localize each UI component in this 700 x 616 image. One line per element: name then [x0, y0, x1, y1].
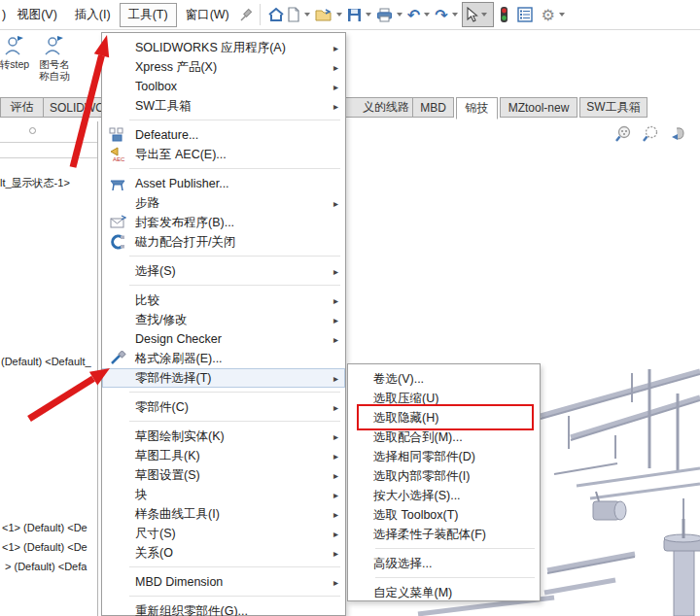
- menu-item-find-modify[interactable]: 查找/修改▸: [102, 310, 345, 329]
- tab-sw-toolbox[interactable]: SW工具箱: [579, 97, 648, 118]
- new-document-icon[interactable]: [287, 3, 300, 26]
- panel-divider: [0, 157, 97, 158]
- menu-separator: [102, 116, 345, 125]
- menu-item-asset-publisher[interactable]: Asset Publisher...: [102, 174, 345, 193]
- submenu-arrow-icon: ▸: [333, 295, 338, 306]
- submenu-item-select-mated-to[interactable]: 选取配合到(M)...: [348, 428, 540, 447]
- panel-divider: [0, 142, 97, 143]
- tab-evaluate[interactable]: 评估: [0, 97, 44, 118]
- submenu-item-select-flexible-subassembly[interactable]: 选择柔性子装配体(F): [348, 525, 540, 544]
- tab-jinji[interactable]: 锦技: [456, 97, 498, 120]
- tree-item-component-1[interactable]: <1> (Default) <De: [2, 522, 88, 533]
- format-painter-icon: [109, 351, 126, 366]
- print-icon[interactable]: [376, 3, 393, 26]
- heads-up-toolbar: [614, 125, 686, 143]
- menu-item-toolbox[interactable]: Toolbox▸: [102, 77, 345, 96]
- save-icon[interactable]: [347, 3, 362, 26]
- menu-view[interactable]: 视图(V): [8, 3, 66, 27]
- tab-routing[interactable]: 义的线路: [340, 97, 416, 118]
- menu-item-design-checker[interactable]: Design Checker▸: [102, 329, 345, 349]
- quick-button-autoname[interactable]: 图号名称自动: [35, 35, 74, 82]
- component-selection-submenu: 卷选(V)... 选取压缩(U) 选取隐藏(H) 选取配合到(M)... 选择相…: [347, 363, 541, 601]
- submenu-item-select-by-size[interactable]: 按大小选择(S)...: [348, 486, 540, 505]
- home-icon[interactable]: [267, 3, 285, 26]
- menu-item-dimensions[interactable]: 尺寸(S)▸: [102, 524, 345, 543]
- tree-item-component-3[interactable]: > (Default) <Defa: [5, 561, 87, 572]
- submenu-arrow-icon: ▸: [333, 62, 338, 73]
- pin-icon[interactable]: [239, 3, 253, 26]
- menu-item-export-aec[interactable]: AEC 导出至 AEC(E)...: [102, 145, 345, 164]
- menu-item-select[interactable]: 选择(S)▸: [102, 261, 345, 281]
- submenu-item-customize-menu[interactable]: 自定义菜单(M): [348, 583, 540, 602]
- undo-icon[interactable]: ↶: [407, 3, 420, 26]
- submenu-arrow-icon: ▸: [333, 82, 338, 92]
- tree-item-default[interactable]: (Default) <Default_: [1, 356, 91, 367]
- tab-mztool-new[interactable]: MZtool-new: [500, 97, 578, 118]
- defeature-icon: [109, 127, 126, 143]
- menu-separator: [102, 592, 345, 601]
- menu-item-routing[interactable]: 步路▸: [102, 193, 345, 213]
- menu-item-component-selection[interactable]: 零部件选择(T)▸: [102, 368, 345, 388]
- redo-icon[interactable]: ↷: [435, 3, 447, 26]
- submenu-arrow-icon: ▸: [333, 577, 338, 588]
- tab-mbd[interactable]: MBD: [412, 97, 454, 118]
- menu-item-solidworks-applications[interactable]: SOLIDWORKS 应用程序(A)▸: [102, 38, 345, 57]
- submenu-arrow-icon: ▸: [333, 334, 338, 345]
- select-cursor-button[interactable]: [462, 2, 494, 27]
- menu-separator: [102, 164, 345, 174]
- menubar-edge-fragment: ): [0, 4, 8, 25]
- open-icon[interactable]: [315, 3, 332, 26]
- submenu-item-volume-select[interactable]: 卷选(V)...: [348, 369, 540, 389]
- feature-tree-panel: lt_显示状态-1> (Default) <Default_ <1> (Defa…: [0, 121, 98, 616]
- vertical-pipe: [664, 519, 700, 616]
- menu-item-xpress-products[interactable]: Xpress 产品(X)▸: [102, 57, 345, 77]
- quick-button-step-label: 转step: [0, 58, 34, 70]
- menu-item-spline-tools[interactable]: 样条曲线工具(I)▸: [102, 504, 345, 524]
- menu-item-sketch-tools[interactable]: 草图工具(K)▸: [102, 446, 345, 465]
- quick-button-step[interactable]: 转step: [0, 35, 34, 70]
- red-highlight-box-select-hidden: [357, 404, 534, 430]
- feature-properties-icon[interactable]: [517, 3, 533, 26]
- menu-tools[interactable]: 工具(T): [120, 3, 177, 27]
- submenu-arrow-icon: ▸: [333, 509, 338, 520]
- menu-item-component[interactable]: 零部件(C)▸: [102, 397, 345, 417]
- menu-item-magnetic-mate[interactable]: 磁力配合打开/关闭: [102, 232, 345, 252]
- menu-item-compare[interactable]: 比较▸: [102, 291, 345, 310]
- redo-caret[interactable]: [452, 13, 458, 17]
- quick-button-autoname-label: 图号名称自动: [37, 58, 72, 82]
- menu-item-envelope-publisher[interactable]: 封套发布程序(B)...: [102, 213, 345, 232]
- menu-item-defeature[interactable]: Defeature...: [102, 125, 345, 145]
- submenu-item-advanced-select[interactable]: 高级选择...: [348, 554, 540, 573]
- submenu-arrow-icon: ▸: [333, 198, 338, 209]
- menu-item-sw-toolbox[interactable]: SW工具箱▸: [102, 96, 345, 116]
- print-caret[interactable]: [397, 13, 402, 17]
- menu-item-format-painter[interactable]: 格式涂刷器(E)...: [102, 349, 345, 368]
- submenu-item-select-identical[interactable]: 选择相同零部件(D): [348, 447, 540, 466]
- menu-item-mbd-dimension[interactable]: MBD Dimension▸: [102, 572, 345, 592]
- tree-item-component-2[interactable]: <1> (Default) <De: [2, 541, 88, 553]
- select-cursor-caret[interactable]: [481, 13, 487, 17]
- menu-item-reorganize-components[interactable]: 重新组织零部件(G)...: [102, 601, 345, 616]
- menu-window[interactable]: 窗口(W): [177, 3, 238, 27]
- previous-view-icon[interactable]: [669, 125, 686, 143]
- options-caret[interactable]: [559, 13, 565, 17]
- menu-item-relations[interactable]: 关系(O▸: [102, 543, 345, 563]
- open-caret[interactable]: [336, 13, 342, 17]
- magnifier-zoom-fit-icon[interactable]: [614, 125, 632, 143]
- new-document-caret[interactable]: [304, 13, 310, 17]
- submenu-item-select-toolbox[interactable]: 选取 Toolbox(T): [348, 505, 540, 525]
- submenu-arrow-icon: ▸: [333, 43, 338, 53]
- rebuild-traffic-light-icon[interactable]: [500, 3, 508, 26]
- envelope-publisher-icon: [109, 215, 126, 230]
- save-caret[interactable]: [366, 13, 371, 17]
- menu-item-sketch-settings[interactable]: 草图设置(S)▸: [102, 465, 345, 485]
- tree-item-display-state[interactable]: lt_显示状态-1>: [0, 176, 70, 190]
- menu-insert[interactable]: 插入(I): [66, 3, 120, 27]
- menu-separator: [102, 252, 345, 261]
- submenu-item-select-internal[interactable]: 选取内部零部件(I): [348, 466, 540, 486]
- options-gear-icon[interactable]: ⚙: [542, 3, 555, 26]
- menu-item-blocks[interactable]: 块▸: [102, 485, 345, 504]
- menu-item-sketch-entities[interactable]: 草图绘制实体(K)▸: [102, 427, 345, 446]
- magnifier-zoom-area-icon[interactable]: [642, 125, 659, 143]
- undo-caret[interactable]: [424, 13, 430, 17]
